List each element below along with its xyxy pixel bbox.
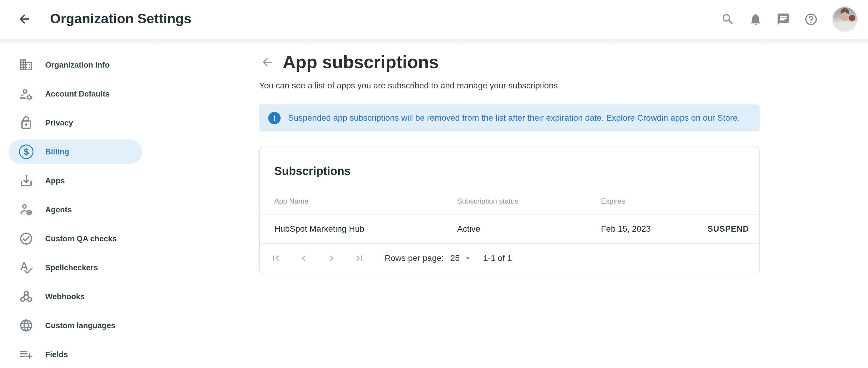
card-title: Subscriptions bbox=[274, 165, 350, 178]
globe-icon bbox=[19, 318, 33, 333]
sidebar-item-custom-qa-checks[interactable]: Custom QA checks bbox=[0, 224, 241, 253]
column-header-expires: Expires bbox=[601, 197, 625, 205]
table-row[interactable]: HubSpot Marketing Hub Active Feb 15, 202… bbox=[260, 215, 759, 244]
chevron-down-icon[interactable] bbox=[463, 254, 472, 263]
download-icon bbox=[19, 173, 33, 188]
pagination: Rows per page: 25 1-1 of 1 bbox=[260, 244, 759, 272]
sidebar-item-webhooks[interactable]: Webhooks bbox=[0, 282, 241, 311]
sidebar-item-agents[interactable]: Agents bbox=[0, 195, 241, 224]
page-subtitle: You can see a list of apps you are subsc… bbox=[259, 81, 760, 90]
sidebar-item-account-defaults[interactable]: Account Defaults bbox=[0, 79, 241, 108]
sidebar-item-label: Apps bbox=[45, 176, 65, 186]
messages-icon[interactable] bbox=[776, 12, 790, 26]
sidebar-item-privacy[interactable]: Privacy bbox=[0, 108, 241, 137]
rows-per-page-label: Rows per page: bbox=[384, 253, 444, 263]
sidebar-item-label: Agents bbox=[45, 205, 72, 215]
list-add-icon bbox=[19, 347, 33, 362]
sidebar-item-billing[interactable]: $ Billing bbox=[0, 137, 241, 166]
cell-app-name: HubSpot Marketing Hub bbox=[274, 224, 364, 234]
sidebar-item-label: Organization info bbox=[45, 60, 110, 70]
sidebar-item-custom-languages[interactable]: Custom languages bbox=[0, 311, 241, 340]
subscriptions-card: Subscriptions App Name Subscription stat… bbox=[259, 147, 760, 273]
sidebar-item-label: Webhooks bbox=[45, 292, 85, 301]
top-bar: Organization Settings bbox=[0, 0, 868, 38]
main-content: App subscriptions You can see a list of … bbox=[259, 38, 760, 273]
sidebar-item-label: Custom QA checks bbox=[45, 234, 117, 244]
notifications-icon[interactable] bbox=[749, 12, 763, 26]
settings-sidebar: Organization info Account Defaults Priva… bbox=[0, 38, 241, 368]
sidebar-item-spellcheckers[interactable]: Spellcheckers bbox=[0, 253, 241, 282]
sidebar-item-label: Custom languages bbox=[45, 321, 116, 330]
sidebar-item-label: Privacy bbox=[45, 118, 73, 128]
pagination-range: 1-1 of 1 bbox=[483, 253, 512, 263]
page-title: App subscriptions bbox=[283, 52, 439, 73]
next-page-icon[interactable] bbox=[326, 253, 337, 264]
last-page-icon[interactable] bbox=[354, 253, 365, 264]
column-header-app-name: App Name bbox=[274, 197, 308, 205]
sidebar-item-label: Spellcheckers bbox=[45, 263, 98, 273]
lock-icon bbox=[19, 116, 33, 130]
info-banner: i Suspended app subscriptions will be re… bbox=[259, 104, 760, 132]
sidebar-item-label: Billing bbox=[45, 147, 69, 157]
suspend-button[interactable]: SUSPEND bbox=[707, 224, 749, 234]
person-cube-icon bbox=[19, 202, 33, 217]
check-circle-icon bbox=[19, 231, 33, 246]
avatar[interactable] bbox=[832, 6, 858, 32]
first-page-icon[interactable] bbox=[271, 253, 281, 264]
dollar-circle-icon: $ bbox=[19, 144, 33, 159]
cell-subscription-status: Active bbox=[457, 224, 480, 234]
help-icon[interactable] bbox=[804, 12, 818, 26]
search-icon[interactable] bbox=[721, 12, 735, 26]
sidebar-item-label: Account Defaults bbox=[45, 89, 110, 98]
page-head: App subscriptions bbox=[259, 52, 760, 73]
previous-page-icon[interactable] bbox=[299, 253, 309, 264]
webhook-icon bbox=[19, 289, 33, 304]
sidebar-item-apps[interactable]: Apps bbox=[0, 166, 241, 195]
sidebar-item-organization-info[interactable]: Organization info bbox=[0, 50, 241, 79]
back-icon[interactable] bbox=[18, 12, 31, 26]
building-icon bbox=[19, 58, 33, 72]
info-icon: i bbox=[268, 112, 281, 124]
page-back-icon[interactable] bbox=[260, 56, 274, 69]
subscriptions-card-head: Subscriptions App Name Subscription stat… bbox=[260, 147, 759, 215]
info-banner-text[interactable]: Suspended app subscriptions will be remo… bbox=[288, 113, 740, 123]
sidebar-item-fields[interactable]: Fields bbox=[0, 340, 241, 368]
cell-expires: Feb 15, 2023 bbox=[601, 224, 651, 234]
column-header-subscription-status: Subscription status bbox=[457, 197, 518, 205]
person-gear-icon bbox=[19, 87, 33, 101]
rows-per-page-value[interactable]: 25 bbox=[450, 253, 460, 263]
spellcheck-icon bbox=[19, 260, 33, 275]
sidebar-item-label: Fields bbox=[45, 350, 68, 359]
topbar-actions bbox=[721, 0, 858, 38]
app-title: Organization Settings bbox=[50, 11, 191, 27]
